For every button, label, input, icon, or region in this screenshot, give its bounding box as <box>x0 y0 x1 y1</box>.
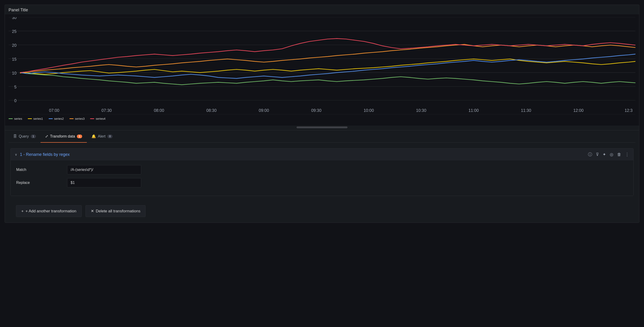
svg-text:09:30: 09:30 <box>311 108 321 113</box>
legend-series: series <box>8 117 22 120</box>
tabs-row: 🗄 Query 1 ⤢ Transform data 1 🔔 Alert 0 <box>8 130 636 143</box>
tab-transform-label: Transform data <box>50 134 75 139</box>
svg-text:30: 30 <box>12 17 17 20</box>
legend-series1: series1 <box>28 117 43 120</box>
replace-input[interactable] <box>67 178 141 187</box>
chart-legend: series series1 series2 series3 series4 <box>8 115 636 121</box>
tab-query[interactable]: 🗄 Query 1 <box>8 131 40 143</box>
svg-text:15: 15 <box>12 57 17 62</box>
transform-header[interactable]: ∨ 1 - Rename fields by regex ⓘ ⊽ ✦ ◎ 🗑 ⋮ <box>11 148 633 160</box>
match-row: Match <box>16 165 628 174</box>
legend-dot-series4 <box>90 118 94 119</box>
panel-container: Panel Title 30 25 20 15 10 5 0 07:00 07:… <box>5 5 639 223</box>
bell-icon: 🔔 <box>92 134 96 139</box>
legend-dot-series <box>8 118 13 119</box>
match-label: Match <box>16 165 67 174</box>
chevron-down-icon: ∨ <box>15 153 17 156</box>
svg-text:0: 0 <box>14 98 17 103</box>
trash-icon[interactable]: 🗑 <box>617 152 621 157</box>
debug-icon[interactable]: ✦ <box>602 152 606 157</box>
add-transformation-button[interactable]: + + Add another transformation <box>16 205 82 217</box>
svg-text:10:30: 10:30 <box>416 108 426 113</box>
plus-icon: + <box>21 209 24 213</box>
svg-text:08:30: 08:30 <box>206 108 216 113</box>
tab-alert[interactable]: 🔔 Alert 0 <box>87 130 117 143</box>
legend-dot-series2 <box>48 118 53 119</box>
scrollbar-thumb[interactable] <box>296 126 348 128</box>
transform-body: Match Replace <box>11 160 633 196</box>
transform-header-actions: ⓘ ⊽ ✦ ◎ 🗑 ⋮ <box>588 152 629 157</box>
replace-label: Replace <box>16 178 67 187</box>
tab-query-label: Query <box>19 134 29 139</box>
chart-svg: 30 25 20 15 10 5 0 07:00 07:30 08:00 08:… <box>8 17 636 114</box>
delete-transformations-button[interactable]: ✕ Delete all transformations <box>86 205 146 217</box>
legend-label-series1: series1 <box>33 117 43 120</box>
svg-text:25: 25 <box>12 29 17 34</box>
match-input[interactable] <box>67 165 141 174</box>
delete-transformations-label: Delete all transformations <box>96 209 140 213</box>
panel-title-bar: Panel Title <box>5 5 639 14</box>
bottom-actions: + + Add another transformation ✕ Delete … <box>10 200 634 223</box>
dots-icon[interactable]: ⋮ <box>625 152 629 157</box>
svg-text:10: 10 <box>12 70 17 76</box>
chart-area: 30 25 20 15 10 5 0 07:00 07:30 08:00 08:… <box>5 14 639 126</box>
legend-label-series2: series2 <box>54 117 64 120</box>
svg-text:5: 5 <box>14 84 17 89</box>
panel-title: Panel Title <box>5 5 639 14</box>
tab-transform-badge: 1 <box>77 135 82 138</box>
tabs-container: 🗄 Query 1 ⤢ Transform data 1 🔔 Alert 0 <box>5 130 639 143</box>
tab-alert-badge: 0 <box>108 135 113 138</box>
legend-series2: series2 <box>48 117 64 120</box>
eye-icon[interactable]: ◎ <box>610 152 614 157</box>
transforms-area: ∨ 1 - Rename fields by regex ⓘ ⊽ ✦ ◎ 🗑 ⋮… <box>5 143 639 223</box>
legend-dot-series3 <box>70 118 74 119</box>
legend-label-series3: series3 <box>75 117 85 120</box>
legend-dot-series1 <box>28 118 32 119</box>
add-transformation-label: + Add another transformation <box>26 209 76 213</box>
svg-text:12:3: 12:3 <box>624 108 632 113</box>
scrollbar-area <box>5 126 639 130</box>
transform-icon: ⤢ <box>45 134 48 139</box>
transform-header-left: ∨ 1 - Rename fields by regex <box>15 152 70 157</box>
legend-series3: series3 <box>70 117 85 120</box>
svg-text:11:30: 11:30 <box>521 108 531 113</box>
tab-alert-label: Alert <box>98 134 106 139</box>
replace-row: Replace <box>16 178 628 187</box>
svg-text:11:00: 11:00 <box>468 108 479 113</box>
close-icon: ✕ <box>91 209 94 213</box>
svg-text:07:30: 07:30 <box>102 108 112 113</box>
tab-query-badge: 1 <box>31 135 36 138</box>
transform-title: 1 - Rename fields by regex <box>20 152 70 157</box>
database-icon: 🗄 <box>13 134 17 139</box>
svg-text:07:00: 07:00 <box>49 108 59 113</box>
tab-transform[interactable]: ⤢ Transform data 1 <box>40 130 87 143</box>
legend-label-series: series <box>14 117 22 120</box>
legend-series4: series4 <box>90 117 105 120</box>
legend-label-series4: series4 <box>96 117 105 120</box>
info-icon[interactable]: ⓘ <box>588 152 592 157</box>
filter-icon[interactable]: ⊽ <box>596 152 599 157</box>
svg-text:08:00: 08:00 <box>154 108 164 113</box>
transform-block-1: ∨ 1 - Rename fields by regex ⓘ ⊽ ✦ ◎ 🗑 ⋮… <box>10 148 634 196</box>
svg-text:20: 20 <box>12 43 17 48</box>
svg-text:12:00: 12:00 <box>574 108 584 113</box>
svg-text:10:00: 10:00 <box>364 108 374 113</box>
svg-text:09:00: 09:00 <box>259 108 269 113</box>
